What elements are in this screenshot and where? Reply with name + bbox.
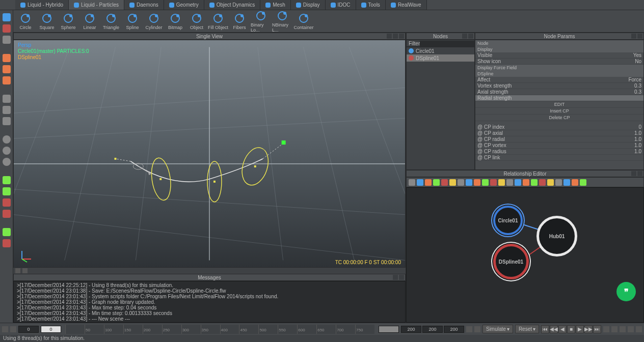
rel-tool-icon[interactable] [425,179,432,186]
lock-icon[interactable] [2,326,8,332]
tool-button[interactable]: Circle [15,12,36,31]
rel-canvas[interactable]: Circle01 Hub01 DSpline01 [406,187,644,323]
tool-button[interactable]: Fill Object [208,12,228,31]
rel-tool-icon[interactable] [409,179,415,186]
panel-close-icon[interactable] [468,34,473,39]
top-tab[interactable]: Tools [356,0,386,10]
rel-tool-icon[interactable] [474,179,480,186]
param-row[interactable]: @ CP radial1.0 [475,136,643,142]
param-button[interactable]: Delete CP [475,115,643,121]
messages-tool-icon[interactable] [15,268,20,273]
panel-close-icon[interactable] [399,275,404,280]
rel-tool-icon[interactable] [433,179,440,186]
panel-max-icon[interactable] [393,34,398,39]
chat-button[interactable]: ❞ [616,282,636,301]
sidebar-icon[interactable] [3,24,11,33]
rel-node-circle[interactable]: Circle01 [493,206,523,235]
panel-close-icon[interactable] [637,171,642,176]
sidebar-icon[interactable] [3,187,11,195]
sidebar-icon[interactable] [3,54,11,62]
node-item[interactable]: DSpline01 [407,54,474,62]
param-row[interactable]: Show iconNo [475,59,643,65]
param-button[interactable]: EDIT [475,101,643,108]
tool-button[interactable]: Linear [79,12,100,31]
rel-tool-icon[interactable] [572,179,578,186]
param-row[interactable]: @ CP axial1.0 [475,130,643,136]
rel-tool-icon[interactable] [498,179,505,186]
sidebar-icon[interactable] [3,228,11,236]
frame-start-field[interactable]: 0 [18,326,39,333]
tool-button[interactable]: Cylinder [144,12,164,31]
panel-min-icon[interactable] [631,34,636,39]
sidebar-icon[interactable] [3,106,11,114]
tool-button[interactable]: Square [37,12,57,31]
sidebar-icon[interactable] [3,76,11,84]
rel-node-hub[interactable]: Hub01 [536,216,577,256]
param-section[interactable]: DSpline [475,71,643,77]
param-section[interactable]: Display Force Field [475,65,643,71]
param-row[interactable]: Vortex strength0.3 [475,83,643,89]
param-section[interactable]: Node [475,40,643,46]
options-icon[interactable] [603,326,609,332]
play-back-icon[interactable]: ◀ [558,325,567,333]
options-icon[interactable] [611,326,618,332]
rel-tool-icon[interactable] [441,179,448,186]
rel-tool-icon[interactable] [564,179,570,186]
rel-tool-icon[interactable] [458,179,464,186]
sidebar-icon[interactable] [3,65,11,73]
options-icon[interactable] [620,326,626,332]
rel-tool-icon[interactable] [417,179,423,186]
panel-close-icon[interactable] [399,34,404,39]
param-row[interactable]: AffectForce [475,77,643,83]
simulate-button[interactable]: Simulate▾ [482,325,513,333]
stop-icon[interactable]: ■ [567,325,575,333]
sidebar-icon[interactable] [3,95,11,103]
param-row[interactable]: @ CP vortex1.0 [475,142,643,149]
tool-button[interactable]: Object [186,12,207,31]
top-tab[interactable]: Liquid - Hybrido [15,0,69,10]
top-tab[interactable]: Daemons [124,0,164,10]
top-tab[interactable]: Geometry [164,0,204,10]
next-frame-icon[interactable]: ▶▶ [584,325,593,333]
nodes-list[interactable]: Circle01DSpline01 [406,47,475,170]
rel-tool-icon[interactable] [449,179,456,186]
sidebar-icon[interactable] [3,147,11,155]
tool-button[interactable]: Triangle [101,12,121,31]
rel-node-dspline[interactable]: DSpline01 [493,244,529,279]
param-row[interactable]: @ CP index0 [475,124,643,130]
param-row[interactable]: Radial strength [475,95,643,101]
sidebar-icon[interactable] [3,13,11,21]
param-row[interactable]: @ CP link [475,155,643,161]
tool-button[interactable]: Container [293,12,314,31]
sidebar-icon[interactable] [3,210,11,218]
tool-button[interactable]: Sphere [58,12,78,31]
param-row[interactable]: Axial strength0.3 [475,89,643,95]
sidebar-icon[interactable] [3,198,11,207]
sidebar-icon[interactable] [3,135,11,144]
options-icon[interactable] [628,326,634,332]
top-tab[interactable]: Liquid - Particles [69,0,124,10]
rel-tool-icon[interactable] [482,179,489,186]
panel-min-icon[interactable] [387,34,392,39]
top-tab[interactable]: Mesh [260,0,290,10]
panel-close-icon[interactable] [637,34,642,39]
top-tab[interactable]: IDOC [326,0,356,10]
rel-tool-icon[interactable] [555,179,562,186]
messages-tool-icon[interactable] [22,268,28,273]
rel-tool-icon[interactable] [531,179,538,186]
node-item[interactable]: Circle01 [407,47,474,54]
rel-tool-icon[interactable] [580,179,586,186]
tool-button[interactable]: NBinary L... [272,9,292,34]
frame-current-field[interactable]: 0 [41,326,61,333]
panel-min-icon[interactable] [393,275,398,280]
panel-min-icon[interactable] [462,34,467,39]
param-row[interactable]: VisibleYes [475,52,643,59]
frame-end-field[interactable]: 200 [401,326,421,333]
tool-button[interactable]: Bitmap [165,12,185,31]
sidebar-icon[interactable] [3,176,11,184]
frame-end-field[interactable]: 200 [444,326,464,333]
filter-input[interactable] [420,41,477,46]
panel-min-icon[interactable] [631,171,636,176]
prev-frame-icon[interactable]: ◀◀ [550,325,558,333]
folder-icon[interactable] [10,326,16,332]
